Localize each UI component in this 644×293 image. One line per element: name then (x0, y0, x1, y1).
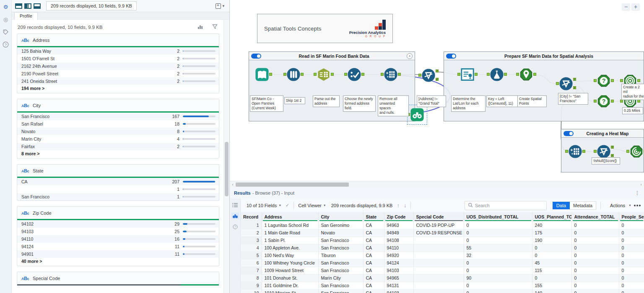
metadata-tab-button[interactable]: Metadata (570, 201, 596, 210)
profile-value-row[interactable]: 9412411 (17, 243, 219, 250)
tool-annotation[interactable]: SF/Marin Co - Open Pantries (Current Wee… (250, 95, 283, 112)
profile-value-row[interactable]: San Francisco167 (17, 113, 219, 120)
layout-single-icon[interactable] (15, 3, 22, 9)
field-card-header[interactable]: ABcAddress (17, 34, 219, 46)
browse-tool[interactable] (410, 108, 424, 122)
table-row[interactable]: 101010 Mission St.San FranciscoCA9410301… (241, 289, 644, 293)
more-values-link[interactable]: 8 more > (17, 150, 219, 158)
field-card-header[interactable]: ABcZip Code (17, 207, 219, 219)
scrollbar-thumb[interactable] (225, 142, 229, 196)
profile-value-row[interactable]: 9410229 (17, 220, 219, 228)
filter-tool-score[interactable]: TF (597, 144, 611, 159)
tool-annotation[interactable]: Create a 2 mil radius for the (621, 84, 644, 100)
settings-gear-icon[interactable]: ⚙ (3, 3, 9, 10)
spatial-question-tool-1[interactable]: ? (597, 74, 611, 88)
column-header[interactable]: State (363, 212, 384, 221)
results-table[interactable]: RecordAddressCityStateZip CodeSpecial Co… (241, 212, 644, 293)
overflow-dots-icon[interactable] (634, 205, 641, 206)
table-row[interactable]: 11 Lagunitas School RdSan GeronimoCA9496… (241, 221, 644, 229)
browse-window-tab[interactable]: 209 records displayed, 10 fields, 9.9 KB (46, 1, 137, 10)
comment-box[interactable]: Spatial Tools Concepts Precision Analyti… (257, 14, 393, 43)
tool-annotation[interactable]: Determine the Lat/Lon for each address (451, 95, 486, 112)
tool-annotation[interactable]: 0.25 Miles (622, 107, 643, 114)
help-icon[interactable]: ? (3, 41, 9, 48)
popout-window-button[interactable]: ▼ (216, 3, 225, 9)
table-row[interactable]: 6100 Whitney Young CircleSan FranciscoCA… (241, 259, 644, 267)
column-header[interactable]: City (318, 212, 363, 221)
column-header[interactable]: Record (241, 212, 262, 221)
profile-value-row[interactable]: San Rafael18 (17, 120, 219, 128)
column-header[interactable]: UOS_Distributed_TOTAL (464, 212, 532, 221)
table-row[interactable]: 71009 Howard StreetSan FranciscoCA941030… (241, 267, 644, 274)
profile-value-row[interactable]: 1 (17, 185, 219, 193)
tool-annotation[interactable]: Remove all unwanted spaces and nulls. (378, 95, 409, 116)
canvas-horizontal-scrollbar[interactable]: ‹ › (230, 181, 644, 188)
container-toggle[interactable] (251, 54, 261, 59)
table-row[interactable]: 4100 Appleton Ave.San FranciscoCA9411055… (241, 244, 644, 252)
field-card-header[interactable]: ABcSpecial Code (17, 272, 219, 284)
heat-map-tool[interactable] (629, 144, 644, 159)
arrow-down-icon[interactable]: ↓ (404, 202, 407, 208)
layout-horizontal-split-icon[interactable] (34, 3, 41, 9)
data-tab-button[interactable]: Data (553, 202, 570, 209)
tool-annotation[interactable]: Skip 1st 2 (284, 97, 305, 104)
tool-annotation[interactable]: [City] != "San Francisco" (558, 93, 588, 105)
column-header[interactable]: UOS_Planned_TOTAL (532, 212, 571, 221)
profile-value-row[interactable]: Marin City4 (17, 135, 219, 143)
profile-value-row[interactable]: 1501 O'Farrell St2 (17, 55, 219, 62)
table-row[interactable]: 31 Sabin Pl.San FranciscoCA94108019000 (241, 236, 644, 244)
filter-tool[interactable]: TF (421, 68, 436, 82)
target-icon[interactable]: ◎ (3, 16, 9, 23)
scrollbar-thumb[interactable] (236, 182, 349, 187)
layout-vertical-split-icon[interactable] (24, 3, 31, 9)
tool-annotation[interactable]: [Address] != "Grand Total" (417, 95, 446, 107)
tag-icon[interactable] (3, 28, 9, 35)
profile-value-row[interactable]: CA207 (17, 178, 219, 185)
column-header[interactable]: People_Serve (619, 212, 644, 221)
profile-value-row[interactable]: Novato8 (17, 128, 219, 135)
apply-check-icon[interactable]: ✓ (286, 203, 289, 208)
profile-value-row[interactable]: San Francisco1 (17, 193, 219, 200)
tool-annotation[interactable]: Parse out the address (313, 95, 340, 107)
list-view-icon[interactable] (231, 202, 239, 208)
column-header[interactable]: Address (262, 212, 318, 221)
column-header[interactable]: Zip Code (384, 212, 413, 221)
fields-dropdown[interactable]: 10 of 10 Fields (247, 203, 277, 208)
sample-tool[interactable] (286, 67, 301, 82)
field-card-header[interactable]: ABcState (17, 164, 219, 177)
select-tool[interactable] (347, 67, 361, 82)
collapse-button[interactable]: ∧ (407, 53, 413, 59)
scroll-left-arrow[interactable]: ‹ (230, 182, 236, 187)
binoculars-icon[interactable] (231, 213, 239, 219)
profile-value-row[interactable]: Fairfax2 (17, 143, 219, 150)
zoom-in-button[interactable]: + (631, 3, 640, 11)
tool-annotation[interactable]: Choose the newly formed address field. (343, 95, 376, 112)
help-icon[interactable]: ? (231, 224, 239, 230)
create-points-tool[interactable] (519, 67, 533, 82)
profile-value-row[interactable]: 241 Oneida Street2 (17, 77, 219, 85)
more-options-icon[interactable]: ⋮ (635, 190, 640, 196)
data-cleansing-tool-2[interactable] (568, 144, 582, 159)
more-values-link[interactable]: 40 more > (17, 258, 219, 266)
profile-value-row[interactable]: 9490111 (17, 250, 219, 258)
tool-annotation[interactable]: Key = Left ([CensusId], 11) (486, 95, 519, 107)
profile-value-row[interactable]: 2190 Powell Street2 (17, 70, 219, 77)
filter-funnel-icon[interactable] (212, 24, 218, 30)
scroll-right-arrow[interactable]: › (638, 182, 644, 187)
chart-bars-icon[interactable] (197, 24, 203, 30)
table-row[interactable]: 8101 Donahue St.Marin CityCA9496590000 (241, 274, 644, 282)
tool-annotation[interactable]: Create Spatial Points (517, 95, 547, 107)
tab-profile[interactable]: Profile (14, 12, 38, 20)
column-header[interactable]: Special Code (413, 212, 464, 221)
table-row[interactable]: 21 Main Gate RoadNovatoCA94949COVID-19 R… (241, 229, 644, 236)
profile-value-row[interactable]: 125 Bahia Way2 (17, 47, 219, 55)
profile-scrollbar[interactable] (223, 20, 229, 293)
more-values-link[interactable]: 194 more > (17, 85, 219, 93)
field-card-header[interactable]: ABcCity (17, 99, 219, 111)
profile-value-row[interactable]: 9411016 (17, 235, 219, 243)
container-toggle[interactable] (446, 54, 456, 59)
spatial-question-tool-2[interactable]: ? (597, 94, 611, 108)
workflow-canvas[interactable]: − + Spatial Tools Concepts Precision Ana… (230, 0, 644, 181)
zoom-out-button[interactable]: − (622, 3, 630, 11)
table-row[interactable]: 9101 Goldmine Dr.San FranciscoCA94131015… (241, 282, 644, 289)
